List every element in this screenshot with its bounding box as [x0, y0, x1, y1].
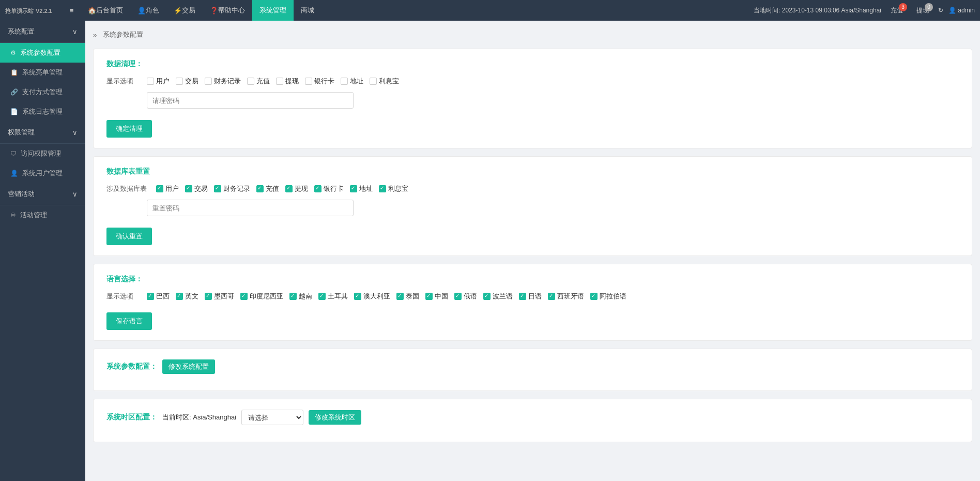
- check-lixi[interactable]: 利息宝: [370, 77, 399, 86]
- check-user[interactable]: 用户: [147, 77, 170, 86]
- data-clear-password-row: 占位: [106, 92, 959, 109]
- sidebar-label: 支付方式管理: [22, 87, 63, 97]
- sidebar-item-access[interactable]: 🛡 访问权限管理: [0, 144, 85, 163]
- lang-arabic[interactable]: 阿拉伯语: [590, 292, 626, 301]
- lang-japan[interactable]: 日语: [519, 292, 542, 301]
- check-withdraw[interactable]: 提现: [276, 77, 299, 86]
- lang-brazil[interactable]: 巴西: [147, 292, 170, 301]
- db-check-address[interactable]: 地址: [350, 184, 373, 193]
- list-icon: 📋: [10, 69, 18, 76]
- language-card: 语言选择： 显示选项 巴西 英文 墨西哥 印度尼西亚 越南 土耳其 澳大利亚 泰…: [93, 264, 972, 341]
- db-check-recharge[interactable]: 充值: [256, 184, 279, 193]
- recharge-btn[interactable]: 充值 3: [886, 6, 907, 15]
- sidebar-label: 系统亮单管理: [22, 68, 63, 77]
- chevron-down-icon: ∨: [72, 28, 78, 36]
- sidebar-item-sys-order[interactable]: 📋 系统亮单管理: [0, 63, 85, 82]
- link-icon: 🔗: [10, 88, 18, 96]
- brand: 抢单演示站 V2.2.1: [5, 6, 52, 15]
- check-trade[interactable]: 交易: [176, 77, 198, 86]
- admin-icon: 👤: [948, 7, 956, 14]
- save-language-btn[interactable]: 保存语言: [106, 312, 152, 330]
- check-finance[interactable]: 财务记录: [205, 77, 241, 86]
- data-clear-password-input[interactable]: [147, 92, 354, 109]
- timezone-card: 系统时区配置： 当前时区: Asia/Shanghai 请选择 修改系统时区: [93, 399, 972, 442]
- brand-name: 抢单演示站: [5, 8, 34, 14]
- db-check-trade[interactable]: 交易: [185, 184, 208, 193]
- sidebar-item-activity[interactable]: ♾ 活动管理: [0, 205, 85, 225]
- sys-config-title: 系统参数配置：: [106, 362, 157, 371]
- nav-system[interactable]: 系统管理: [252, 0, 294, 21]
- lang-thailand[interactable]: 泰国: [396, 292, 419, 301]
- lang-english[interactable]: 英文: [176, 292, 198, 301]
- data-clear-title: 数据清理：: [106, 59, 959, 69]
- refresh-btn[interactable]: ↻: [938, 7, 943, 14]
- sidebar-item-sys-user[interactable]: 👤 系统用户管理: [0, 163, 85, 183]
- db-check-finance[interactable]: 财务记录: [214, 184, 250, 193]
- db-check-withdraw[interactable]: 提现: [285, 184, 308, 193]
- breadcrumb-item: 系统参数配置: [103, 30, 143, 39]
- lang-mexico[interactable]: 墨西哥: [205, 292, 234, 301]
- sidebar-section-marketing[interactable]: 营销活动 ∨: [0, 183, 85, 205]
- data-clear-checkboxes: 用户 交易 财务记录 充值 提现 银行卡 地址 利息宝: [147, 77, 399, 86]
- user-icon: 👤: [10, 170, 18, 177]
- section-label: 系统配置: [8, 27, 35, 36]
- modify-timezone-btn[interactable]: 修改系统时区: [309, 410, 361, 425]
- sidebar-item-sys-param[interactable]: ⚙ 系统参数配置: [0, 43, 85, 63]
- breadcrumb: » 系统参数配置: [93, 26, 972, 43]
- admin-info[interactable]: 👤 admin: [948, 7, 975, 14]
- check-recharge[interactable]: 充值: [247, 77, 270, 86]
- lang-australia[interactable]: 澳大利亚: [354, 292, 390, 301]
- db-check-lixi[interactable]: 利息宝: [379, 184, 408, 193]
- recharge-badge: 3: [899, 3, 907, 11]
- nav-role[interactable]: 👤 角色: [130, 0, 166, 21]
- lang-china[interactable]: 中国: [425, 292, 448, 301]
- lang-spain[interactable]: 西班牙语: [548, 292, 584, 301]
- timezone-current: 当前时区: Asia/Shanghai: [162, 413, 236, 422]
- check-address[interactable]: 地址: [341, 77, 363, 86]
- sys-config-row: 系统参数配置： 修改系统配置: [106, 359, 959, 374]
- timezone-row: 系统时区配置： 当前时区: Asia/Shanghai 请选择 修改系统时区: [106, 410, 959, 425]
- data-clear-options-row: 显示选项 用户 交易 财务记录 充值 提现 银行卡 地址 利息宝: [106, 77, 959, 86]
- modify-sys-config-btn[interactable]: 修改系统配置: [162, 359, 215, 374]
- nav-dashboard[interactable]: 🏠 后台首页: [81, 0, 130, 21]
- right-side: 当地时间: 2023-10-13 09:03:06 Asia/Shanghai …: [754, 6, 975, 15]
- lang-russia[interactable]: 俄语: [454, 292, 477, 301]
- nav-items: ≡ 🏠 后台首页 👤 角色 ⚡ 交易 ❓ 帮助中心 系统管理 商城: [63, 0, 754, 21]
- db-check-user[interactable]: 用户: [156, 184, 179, 193]
- nav-trade[interactable]: ⚡ 交易: [166, 0, 203, 21]
- db-reset-password-row: 占位: [106, 200, 959, 216]
- section-label: 营销活动: [8, 189, 35, 199]
- sidebar-section-system-config[interactable]: 系统配置 ∨: [0, 21, 85, 43]
- lang-indonesia[interactable]: 印度尼西亚: [240, 292, 283, 301]
- sidebar-item-payment[interactable]: 🔗 支付方式管理: [0, 82, 85, 102]
- db-check-bankcard[interactable]: 银行卡: [314, 184, 344, 193]
- options-label: 显示选项: [106, 77, 137, 86]
- shield-icon: 🛡: [10, 150, 17, 157]
- data-clear-card: 数据清理： 显示选项 用户 交易 财务记录 充值 提现 银行卡 地址 利息宝 占…: [93, 49, 972, 148]
- role-icon: 👤: [137, 7, 146, 14]
- nav-menu[interactable]: ≡: [63, 0, 81, 21]
- chevron-down-icon: ∨: [72, 190, 78, 198]
- language-title: 语言选择：: [106, 275, 959, 284]
- lang-turkey[interactable]: 土耳其: [318, 292, 348, 301]
- language-options-row: 显示选项 巴西 英文 墨西哥 印度尼西亚 越南 土耳其 澳大利亚 泰国 中国 俄…: [106, 292, 959, 301]
- lang-poland[interactable]: 波兰语: [483, 292, 513, 301]
- data-clear-confirm-btn[interactable]: 确定清理: [106, 120, 152, 138]
- db-label: 涉及数据库表: [106, 184, 147, 193]
- section-label: 权限管理: [8, 128, 35, 137]
- db-reset-password-input[interactable]: [147, 200, 354, 216]
- nav-shop[interactable]: 商城: [294, 0, 321, 21]
- db-reset-confirm-btn[interactable]: 确认重置: [106, 228, 152, 245]
- sidebar-label: 系统用户管理: [22, 169, 63, 178]
- sidebar-section-permission[interactable]: 权限管理 ∨: [0, 122, 85, 144]
- withdraw-btn[interactable]: 提现 0: [912, 6, 933, 15]
- layout: 系统配置 ∨ ⚙ 系统参数配置 📋 系统亮单管理 🔗 支付方式管理 📄 系统日志…: [0, 21, 980, 481]
- nav-help[interactable]: ❓ 帮助中心: [203, 0, 252, 21]
- timezone-select[interactable]: 请选择: [241, 410, 303, 425]
- lang-vietnam[interactable]: 越南: [289, 292, 312, 301]
- check-bankcard[interactable]: 银行卡: [305, 77, 334, 86]
- log-icon: 📄: [10, 108, 18, 115]
- sidebar-item-sys-log[interactable]: 📄 系统日志管理: [0, 102, 85, 122]
- sidebar-label: 活动管理: [20, 211, 47, 220]
- top-nav: 抢单演示站 V2.2.1 ≡ 🏠 后台首页 👤 角色 ⚡ 交易 ❓ 帮助中心 系…: [0, 0, 980, 21]
